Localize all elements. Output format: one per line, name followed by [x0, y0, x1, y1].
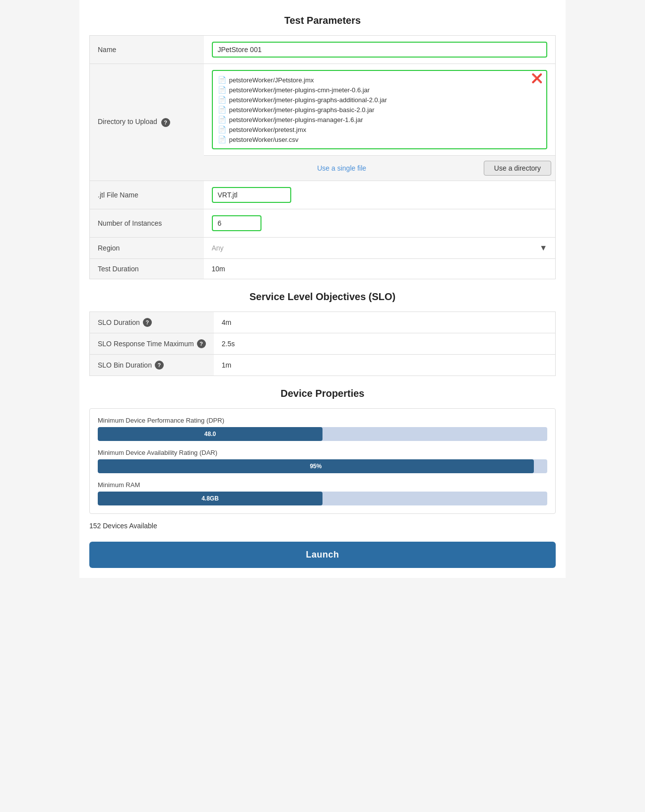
- region-select[interactable]: Any: [212, 244, 540, 252]
- file-item: 📄petstoreWorker/jmeter-plugins-cmn-jmete…: [218, 85, 542, 95]
- slo-bin-label: SLO Bin Duration ?: [90, 355, 214, 376]
- file-item: 📄petstoreWorker/jmeter-plugins-graphs-ba…: [218, 105, 542, 115]
- slo-title: Service Level Objectives (SLO): [89, 291, 556, 303]
- page-title: Test Parameters: [89, 15, 556, 26]
- file-item: 📄petstoreWorker/pretest.jmx: [218, 125, 542, 134]
- dar-label: Minimum Device Availability Rating (DAR): [98, 449, 547, 456]
- dpr-slider-row: Minimum Device Performance Rating (DPR) …: [98, 417, 547, 441]
- slo-duration-label: SLO Duration ?: [90, 312, 214, 333]
- instances-input[interactable]: [212, 215, 261, 231]
- file-icon: 📄: [218, 106, 226, 114]
- devices-available-text: 152 Devices Available: [89, 520, 556, 532]
- region-row: Region Any ▼: [90, 238, 556, 259]
- slo-response-label: SLO Response Time Maximum ?: [90, 333, 214, 355]
- ram-fill: 4.8GB: [98, 492, 322, 505]
- file-name: petstoreWorker/jmeter-plugins-cmn-jmeter…: [229, 86, 370, 94]
- slo-response-value: 2.5s: [214, 333, 556, 355]
- dar-track[interactable]: 95%: [98, 459, 547, 473]
- file-item: 📄petstoreWorker/jmeter-plugins-graphs-ad…: [218, 95, 542, 105]
- region-label: Region: [90, 238, 204, 259]
- dpr-value: 48.0: [200, 431, 220, 437]
- jtl-value-cell: [204, 181, 556, 209]
- slo-duration-value: 4m: [214, 312, 556, 333]
- file-list: 📄petstoreWorker/JPetstore.jmx📄petstoreWo…: [218, 75, 542, 144]
- file-name: petstoreWorker/user.csv: [229, 136, 299, 143]
- dar-value: 95%: [306, 463, 325, 470]
- dpr-fill: 48.0: [98, 427, 322, 441]
- use-single-file-button[interactable]: Use a single file: [204, 159, 480, 177]
- slo-response-help-icon[interactable]: ?: [197, 339, 206, 348]
- file-name: petstoreWorker/jmeter-plugins-manager-1.…: [229, 116, 363, 124]
- slo-bin-value: 1m: [214, 355, 556, 376]
- directory-label-text: Directory to Upload: [98, 118, 157, 125]
- duration-row: Test Duration 10m: [90, 259, 556, 279]
- duration-label: Test Duration: [90, 259, 204, 279]
- directory-toggle-area: Use a single file Use a directory: [204, 155, 556, 181]
- directory-row: Directory to Upload ? ❌ 📄petstoreWorker/…: [90, 64, 556, 181]
- slo-bin-help-icon[interactable]: ?: [155, 361, 164, 370]
- slo-form: SLO Duration ? 4m SLO Response Time Maxi…: [89, 312, 556, 376]
- launch-button[interactable]: Launch: [89, 542, 556, 568]
- jtl-row: .jtl File Name: [90, 181, 556, 209]
- name-input[interactable]: [212, 42, 548, 58]
- use-directory-button[interactable]: Use a directory: [484, 161, 551, 176]
- jtl-label: .jtl File Name: [90, 181, 204, 209]
- file-icon: 📄: [218, 116, 226, 124]
- ram-track[interactable]: 4.8GB: [98, 492, 547, 505]
- device-properties-section: Minimum Device Performance Rating (DPR) …: [89, 408, 556, 514]
- name-label: Name: [90, 36, 204, 64]
- file-name: petstoreWorker/jmeter-plugins-graphs-add…: [229, 96, 387, 104]
- close-directory-button[interactable]: ❌: [531, 74, 542, 83]
- ram-value: 4.8GB: [197, 495, 223, 502]
- file-icon: 📄: [218, 135, 226, 143]
- name-row: Name: [90, 36, 556, 64]
- directory-file-box: ❌ 📄petstoreWorker/JPetstore.jmx📄petstore…: [212, 70, 548, 149]
- name-value-cell: [204, 36, 556, 64]
- dar-slider-row: Minimum Device Availability Rating (DAR)…: [98, 449, 547, 473]
- ram-label: Minimum RAM: [98, 481, 547, 489]
- file-icon: 📄: [218, 96, 226, 104]
- instances-value-cell: [204, 209, 556, 238]
- jtl-input[interactable]: [212, 187, 291, 203]
- directory-value-cell: ❌ 📄petstoreWorker/JPetstore.jmx📄petstore…: [204, 64, 556, 181]
- slo-duration-row: SLO Duration ? 4m: [90, 312, 556, 333]
- file-item: 📄petstoreWorker/JPetstore.jmx: [218, 75, 542, 85]
- file-name: petstoreWorker/pretest.jmx: [229, 126, 307, 133]
- slo-bin-row: SLO Bin Duration ? 1m: [90, 355, 556, 376]
- file-icon: 📄: [218, 125, 226, 133]
- dpr-track[interactable]: 48.0: [98, 427, 547, 441]
- region-chevron-icon: ▼: [539, 244, 547, 252]
- test-parameters-form: Name Directory to Upload ? ❌ 📄petstoreWo…: [89, 35, 556, 279]
- dpr-label: Minimum Device Performance Rating (DPR): [98, 417, 547, 424]
- duration-value: 10m: [212, 265, 225, 273]
- instances-label: Number of Instances: [90, 209, 204, 238]
- slo-response-row: SLO Response Time Maximum ? 2.5s: [90, 333, 556, 355]
- instances-row: Number of Instances: [90, 209, 556, 238]
- directory-label: Directory to Upload ?: [90, 64, 204, 181]
- device-title: Device Properties: [89, 388, 556, 399]
- file-icon: 📄: [218, 76, 226, 84]
- dar-fill: 95%: [98, 459, 534, 473]
- file-icon: 📄: [218, 86, 226, 94]
- directory-help-icon[interactable]: ?: [161, 118, 170, 127]
- region-value-cell: Any ▼: [204, 238, 556, 259]
- file-name: petstoreWorker/JPetstore.jmx: [229, 76, 314, 84]
- file-item: 📄petstoreWorker/user.csv: [218, 134, 542, 144]
- duration-value-cell: 10m: [204, 259, 556, 279]
- file-name: petstoreWorker/jmeter-plugins-graphs-bas…: [229, 106, 375, 114]
- ram-slider-row: Minimum RAM 4.8GB: [98, 481, 547, 505]
- slo-duration-help-icon[interactable]: ?: [143, 318, 152, 327]
- file-item: 📄petstoreWorker/jmeter-plugins-manager-1…: [218, 115, 542, 125]
